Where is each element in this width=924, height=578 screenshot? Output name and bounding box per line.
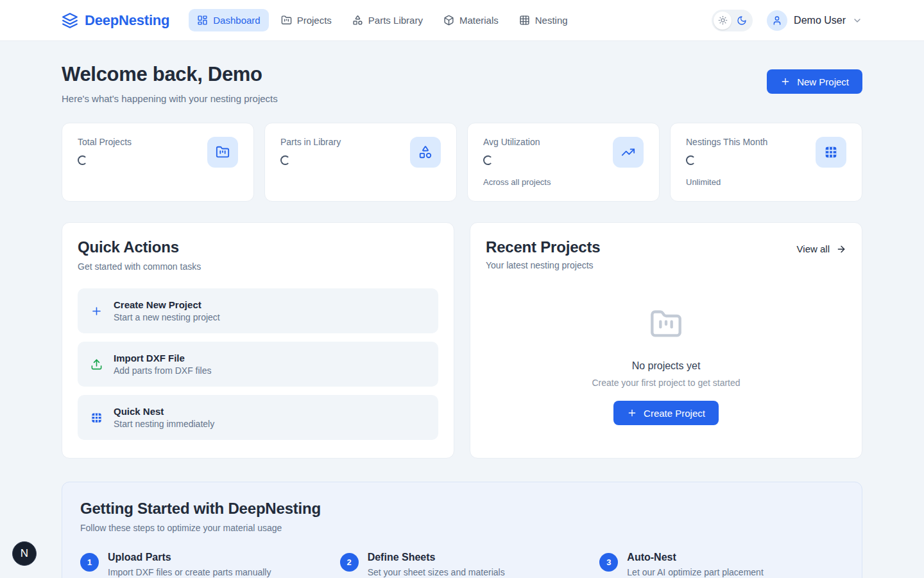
step-description: Let our AI optimize part placement — [627, 567, 763, 577]
layers-icon — [62, 12, 78, 29]
folder-icon — [281, 15, 292, 26]
upload-icon — [90, 358, 103, 371]
main-content: Welcome back, Demo Here's what's happeni… — [0, 41, 924, 578]
stat-title: Nestings This Month — [686, 137, 767, 147]
shapes-icon — [352, 15, 363, 26]
nav-label: Dashboard — [213, 15, 260, 26]
brand-logo[interactable]: DeepNesting — [62, 12, 169, 29]
chevron-down-icon — [852, 15, 862, 26]
empty-state: No projects yet Create your first projec… — [486, 308, 846, 425]
getting-started-subtitle: Follow these steps to optimize your mate… — [80, 523, 844, 533]
loading-spinner — [280, 155, 290, 165]
moon-icon — [737, 15, 747, 26]
trending-up-icon — [613, 137, 644, 168]
create-project-button[interactable]: Create Project — [613, 401, 719, 425]
loading-spinner — [483, 155, 493, 165]
step-description: Set your sheet sizes and materials — [368, 567, 505, 577]
nav-label: Nesting — [535, 15, 568, 26]
empty-state-title: No projects yet — [632, 360, 701, 372]
step-title: Upload Parts — [108, 552, 271, 563]
step-upload-parts: 1 Upload Parts Import DXF files or creat… — [80, 552, 325, 577]
new-project-button[interactable]: New Project — [767, 69, 862, 94]
stat-note: Across all projects — [483, 177, 551, 187]
step-number-badge: 1 — [80, 553, 99, 572]
grid-icon — [816, 137, 846, 168]
quick-action-title: Create New Project — [114, 299, 220, 310]
quick-actions-subtitle: Get started with common tasks — [78, 261, 438, 272]
step-title: Auto-Nest — [627, 552, 763, 563]
step-define-sheets: 2 Define Sheets Set your sheet sizes and… — [340, 552, 585, 577]
stat-card-parts-in-library: Parts in Library — [264, 123, 457, 202]
nav-item-parts-library[interactable]: Parts Library — [344, 9, 431, 31]
stat-card-total-projects: Total Projects — [62, 123, 254, 202]
plus-icon — [627, 408, 637, 418]
grid-icon — [519, 15, 530, 26]
recent-projects-subtitle: Your latest nesting projects — [486, 260, 600, 270]
stat-card-nestings-this-month: Nestings This Month Unlimited — [670, 123, 862, 202]
user-icon — [772, 15, 782, 26]
new-project-label: New Project — [797, 76, 849, 87]
recent-projects-title: Recent Projects — [486, 238, 600, 256]
avatar — [767, 10, 787, 31]
stat-note: Unlimited — [686, 177, 767, 187]
nav-item-dashboard[interactable]: Dashboard — [189, 9, 268, 31]
quick-action-title: Import DXF File — [114, 353, 212, 363]
quick-action-subtitle: Start nesting immediately — [114, 419, 214, 429]
quick-actions-list: Create New Project Start a new nesting p… — [78, 288, 438, 440]
user-menu[interactable]: Demo User — [767, 10, 862, 31]
getting-started-steps: 1 Upload Parts Import DXF files or creat… — [80, 552, 844, 577]
step-number-badge: 3 — [599, 553, 618, 572]
user-name: Demo User — [794, 15, 846, 26]
grid-icon — [90, 412, 103, 424]
quick-action-subtitle: Start a new nesting project — [114, 312, 220, 322]
quick-action-subtitle: Add parts from DXF files — [114, 365, 212, 376]
loading-spinner — [686, 155, 696, 165]
nav-item-projects[interactable]: Projects — [273, 9, 340, 31]
panels-row: Quick Actions Get started with common ta… — [62, 222, 862, 459]
stat-card-avg-utilization: Avg Utilization Across all projects — [467, 123, 660, 202]
dashboard-icon — [197, 15, 208, 26]
step-number-badge: 2 — [340, 553, 359, 572]
sun-icon — [718, 15, 728, 25]
quick-action-import-dxf[interactable]: Import DXF File Add parts from DXF files — [78, 342, 438, 387]
view-all-label: View all — [797, 243, 830, 254]
step-auto-nest: 3 Auto-Nest Let our AI optimize part pla… — [599, 552, 844, 577]
nav-label: Parts Library — [368, 15, 423, 26]
folder-icon — [649, 308, 683, 341]
folder-kanban-icon — [207, 137, 238, 168]
dark-theme-button[interactable] — [733, 12, 751, 30]
recent-projects-panel: Recent Projects Your latest nesting proj… — [470, 222, 862, 459]
stat-title: Avg Utilization — [483, 137, 551, 147]
theme-toggle — [712, 10, 753, 31]
stats-grid: Total Projects Parts in Library Avg Util… — [62, 123, 862, 202]
view-all-link[interactable]: View all — [797, 243, 846, 254]
nextjs-dev-badge[interactable]: N — [12, 541, 37, 566]
brand-name: DeepNesting — [85, 12, 169, 29]
quick-actions-title: Quick Actions — [78, 238, 438, 256]
stat-title: Parts in Library — [280, 137, 341, 147]
nav-label: Projects — [297, 15, 332, 26]
stat-title: Total Projects — [78, 137, 132, 147]
top-navbar: DeepNesting Dashboard Projects Parts Lib… — [0, 0, 924, 41]
getting-started-panel: Getting Started with DeepNesting Follow … — [62, 482, 862, 578]
step-description: Import DXF files or create parts manuall… — [108, 567, 271, 577]
plus-icon — [90, 305, 103, 317]
light-theme-button[interactable] — [714, 12, 732, 30]
empty-state-subtitle: Create your first project to get started — [592, 378, 740, 388]
package-icon — [443, 15, 454, 26]
page-title: Welcome back, Demo — [62, 63, 278, 86]
quick-action-quick-nest[interactable]: Quick Nest Start nesting immediately — [78, 395, 438, 440]
shapes-icon — [410, 137, 441, 168]
nav-item-nesting[interactable]: Nesting — [511, 9, 576, 31]
nav-label: Materials — [459, 15, 499, 26]
nav-item-materials[interactable]: Materials — [435, 9, 507, 31]
create-project-label: Create Project — [644, 408, 705, 419]
quick-action-title: Quick Nest — [114, 406, 214, 417]
step-title: Define Sheets — [368, 552, 505, 563]
quick-actions-panel: Quick Actions Get started with common ta… — [62, 222, 454, 459]
quick-action-create-project[interactable]: Create New Project Start a new nesting p… — [78, 288, 438, 333]
main-nav: Dashboard Projects Parts Library Materia… — [189, 9, 576, 31]
getting-started-title: Getting Started with DeepNesting — [80, 500, 844, 518]
arrow-right-icon — [836, 244, 846, 254]
welcome-section: Welcome back, Demo Here's what's happeni… — [62, 63, 862, 104]
